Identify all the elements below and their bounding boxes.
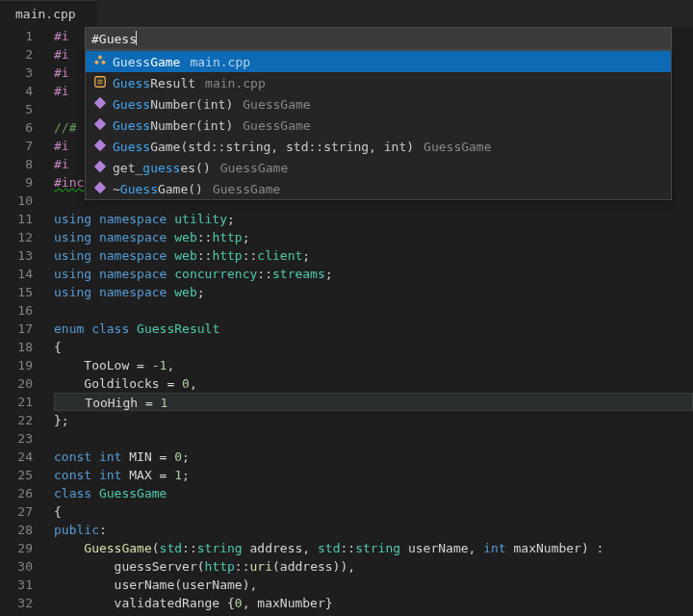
quick-nav-input[interactable] [85, 27, 672, 50]
line-number: 7 [0, 137, 33, 155]
method-icon [93, 160, 107, 176]
code-line[interactable]: using namespace web::http::client; [54, 246, 693, 265]
line-number: 24 [0, 448, 33, 466]
quick-nav-popup: GuessGamemain.cppGuessResultmain.cppGues… [85, 27, 672, 200]
editor-area: 1234567891011121314151617181920212223242… [0, 27, 693, 616]
svg-rect-11 [94, 181, 106, 192]
line-number: 21 [0, 393, 33, 411]
line-number: 2 [0, 45, 33, 64]
quick-nav-item-label: ~GuessGame() [113, 182, 203, 196]
quick-nav-item[interactable]: GuessGame(std::string, std::string, int)… [86, 136, 671, 157]
svg-rect-10 [94, 160, 106, 171]
code-line[interactable]: using namespace web; [54, 283, 693, 301]
line-number: 32 [0, 594, 33, 612]
quick-nav-item-context: main.cpp [190, 55, 250, 69]
svg-rect-8 [94, 117, 106, 129]
code-line[interactable] [54, 429, 693, 448]
line-number: 17 [0, 320, 33, 338]
quick-nav-results: GuessGamemain.cppGuessResultmain.cppGues… [85, 50, 672, 200]
quick-nav-item[interactable]: get_guesses()GuessGame [86, 157, 671, 178]
svg-rect-7 [94, 96, 106, 108]
line-number: 16 [0, 301, 33, 320]
line-number: 18 [0, 338, 33, 356]
quick-nav-item[interactable]: GuessResultmain.cpp [86, 72, 671, 93]
quick-nav-item-label: GuessNumber(int) [113, 97, 233, 112]
code-line[interactable]: const int MIN = 0; [54, 448, 693, 466]
line-number: 6 [0, 118, 33, 137]
line-number: 25 [0, 466, 33, 484]
tab-main-cpp[interactable]: main.cpp [0, 0, 97, 27]
svg-rect-1 [94, 60, 99, 64]
line-number: 22 [0, 411, 33, 429]
tab-bar: main.cpp [0, 0, 693, 27]
code-line[interactable]: using namespace concurrency::streams; [54, 265, 693, 283]
line-number: 9 [0, 173, 33, 192]
code-line[interactable]: class GuessGame [54, 484, 693, 502]
line-number: 11 [0, 210, 33, 228]
method-icon [93, 139, 107, 155]
line-number: 29 [0, 539, 33, 557]
line-number: 8 [0, 155, 33, 173]
line-number: 1 [0, 27, 33, 45]
svg-rect-2 [101, 60, 106, 64]
line-number: 31 [0, 576, 33, 594]
quick-nav-item-context: GuessGame [424, 140, 491, 154]
line-number: 4 [0, 82, 33, 100]
quick-nav-item[interactable]: ~GuessGame()GuessGame [86, 178, 671, 199]
quick-nav-item[interactable]: GuessGamemain.cpp [86, 51, 671, 72]
code-line[interactable]: enum class GuessResult [54, 320, 693, 338]
line-number: 10 [0, 192, 33, 210]
quick-nav-item-label: GuessGame(std::string, std::string, int) [113, 140, 414, 154]
code-line[interactable]: TooHigh = 1 [54, 393, 693, 411]
code-line[interactable] [54, 301, 693, 320]
code-line[interactable]: using namespace utility; [54, 210, 693, 228]
code-line[interactable]: Goldilocks = 0, [54, 374, 693, 393]
line-number: 13 [0, 246, 33, 265]
line-number: 27 [0, 502, 33, 521]
line-number: 28 [0, 521, 33, 539]
code-line[interactable]: userName(userName), [54, 576, 693, 594]
svg-rect-0 [98, 55, 103, 60]
line-number: 20 [0, 374, 33, 393]
enum-icon [93, 75, 107, 91]
line-number: 30 [0, 557, 33, 576]
code-line[interactable]: }; [54, 411, 693, 429]
code-line[interactable]: { [54, 338, 693, 356]
text-caret [136, 31, 137, 45]
code-line[interactable]: TooLow = -1, [54, 356, 693, 374]
line-number-gutter: 1234567891011121314151617181920212223242… [0, 27, 44, 616]
quick-nav-item-context: GuessGame [213, 182, 280, 196]
quick-nav-item[interactable]: GuessNumber(int)GuessGame [86, 93, 671, 115]
class-icon [93, 54, 107, 70]
code-line[interactable]: GuessGame(std::string address, std::stri… [54, 539, 693, 557]
quick-nav-item-context: GuessGame [220, 161, 288, 175]
code-line[interactable]: const int MAX = 1; [54, 466, 693, 484]
line-number: 15 [0, 283, 33, 301]
line-number: 26 [0, 484, 33, 502]
quick-nav-item-label: GuessResult [113, 76, 195, 90]
quick-nav-item-label: GuessNumber(int) [113, 118, 233, 133]
code-line[interactable]: validatedRange {0, maxNumber} [54, 594, 693, 612]
method-icon [93, 181, 107, 197]
line-number: 14 [0, 265, 33, 283]
quick-nav-item-context: GuessGame [243, 97, 310, 112]
code-line[interactable]: guessServer(http::uri(address)), [54, 557, 693, 576]
quick-nav-item-label: get_guesses() [113, 161, 211, 175]
line-number: 19 [0, 356, 33, 374]
method-icon [93, 117, 107, 134]
editor-window: main.cpp 1234567891011121314151617181920… [0, 0, 693, 616]
quick-nav-item-label: GuessGame [113, 55, 180, 69]
quick-nav-item-context: main.cpp [205, 76, 266, 90]
line-number: 23 [0, 429, 33, 448]
quick-nav-item[interactable]: GuessNumber(int)GuessGame [86, 115, 671, 136]
svg-rect-9 [94, 139, 106, 150]
line-number: 12 [0, 228, 33, 246]
code-line[interactable]: using namespace web::http; [54, 228, 693, 246]
code-line[interactable]: public: [54, 521, 693, 539]
quick-nav-item-context: GuessGame [243, 118, 310, 133]
code-line[interactable]: { [54, 502, 693, 521]
line-number: 5 [0, 100, 33, 118]
method-icon [93, 96, 107, 113]
line-number: 3 [0, 64, 33, 82]
